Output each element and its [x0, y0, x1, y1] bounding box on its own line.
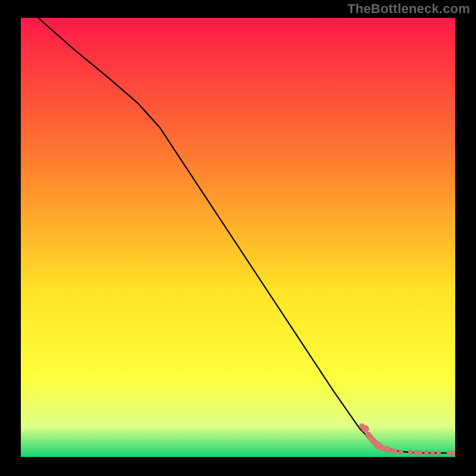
- plot-svg: [21, 18, 455, 457]
- plot-area: [21, 18, 455, 457]
- data-marker: [393, 449, 397, 454]
- data-marker: [424, 450, 429, 455]
- data-marker: [408, 450, 413, 455]
- data-marker: [452, 451, 455, 455]
- data-marker: [414, 450, 419, 455]
- data-marker: [437, 451, 441, 455]
- data-marker: [418, 450, 423, 455]
- data-marker: [430, 451, 434, 455]
- watermark-label: TheBottleneck.com: [347, 1, 470, 17]
- data-marker: [399, 450, 403, 455]
- gradient-background: [21, 18, 455, 457]
- data-marker: [447, 451, 451, 455]
- chart-frame: TheBottleneck.com: [0, 0, 476, 476]
- data-marker: [384, 446, 391, 453]
- data-marker: [362, 425, 369, 433]
